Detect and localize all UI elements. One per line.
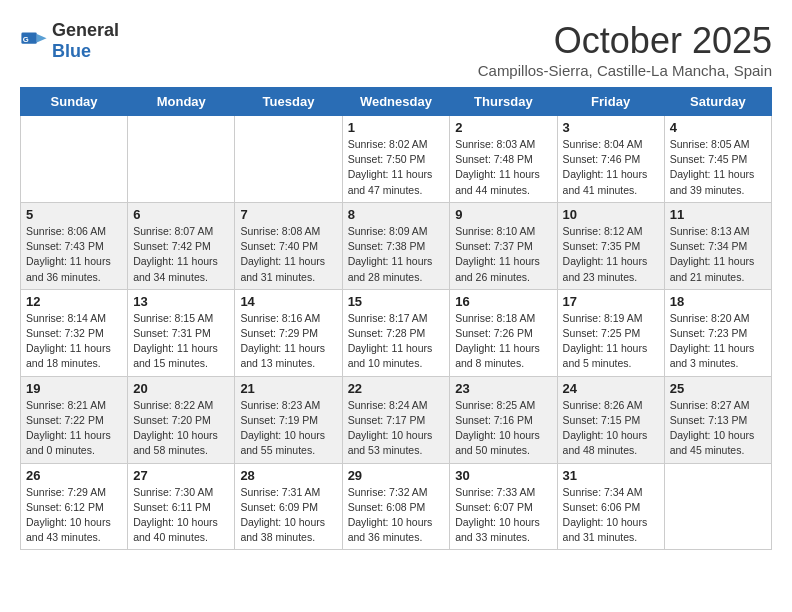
logo-text: General Blue: [52, 20, 119, 62]
calendar-cell: 30Sunrise: 7:33 AMSunset: 6:07 PMDayligh…: [450, 463, 557, 550]
day-info: Sunrise: 8:06 AMSunset: 7:43 PMDaylight:…: [26, 224, 122, 285]
day-number: 22: [348, 381, 445, 396]
calendar-cell: 7Sunrise: 8:08 AMSunset: 7:40 PMDaylight…: [235, 202, 342, 289]
calendar-cell: 16Sunrise: 8:18 AMSunset: 7:26 PMDayligh…: [450, 289, 557, 376]
calendar-cell: 27Sunrise: 7:30 AMSunset: 6:11 PMDayligh…: [128, 463, 235, 550]
calendar-cell: 12Sunrise: 8:14 AMSunset: 7:32 PMDayligh…: [21, 289, 128, 376]
day-number: 27: [133, 468, 229, 483]
calendar-cell: [664, 463, 771, 550]
day-info: Sunrise: 7:29 AMSunset: 6:12 PMDaylight:…: [26, 485, 122, 546]
day-number: 18: [670, 294, 766, 309]
day-info: Sunrise: 8:23 AMSunset: 7:19 PMDaylight:…: [240, 398, 336, 459]
day-number: 4: [670, 120, 766, 135]
day-number: 6: [133, 207, 229, 222]
calendar-cell: 21Sunrise: 8:23 AMSunset: 7:19 PMDayligh…: [235, 376, 342, 463]
calendar-cell: 18Sunrise: 8:20 AMSunset: 7:23 PMDayligh…: [664, 289, 771, 376]
day-number: 15: [348, 294, 445, 309]
month-title: October 2025: [478, 20, 772, 62]
day-info: Sunrise: 8:08 AMSunset: 7:40 PMDaylight:…: [240, 224, 336, 285]
calendar-cell: 4Sunrise: 8:05 AMSunset: 7:45 PMDaylight…: [664, 116, 771, 203]
day-info: Sunrise: 8:07 AMSunset: 7:42 PMDaylight:…: [133, 224, 229, 285]
calendar-cell: 13Sunrise: 8:15 AMSunset: 7:31 PMDayligh…: [128, 289, 235, 376]
day-header-tuesday: Tuesday: [235, 88, 342, 116]
calendar-cell: 17Sunrise: 8:19 AMSunset: 7:25 PMDayligh…: [557, 289, 664, 376]
day-info: Sunrise: 8:17 AMSunset: 7:28 PMDaylight:…: [348, 311, 445, 372]
day-number: 23: [455, 381, 551, 396]
day-info: Sunrise: 8:14 AMSunset: 7:32 PMDaylight:…: [26, 311, 122, 372]
day-number: 1: [348, 120, 445, 135]
day-info: Sunrise: 8:09 AMSunset: 7:38 PMDaylight:…: [348, 224, 445, 285]
day-number: 5: [26, 207, 122, 222]
calendar-cell: 14Sunrise: 8:16 AMSunset: 7:29 PMDayligh…: [235, 289, 342, 376]
day-info: Sunrise: 8:22 AMSunset: 7:20 PMDaylight:…: [133, 398, 229, 459]
day-number: 25: [670, 381, 766, 396]
day-info: Sunrise: 8:15 AMSunset: 7:31 PMDaylight:…: [133, 311, 229, 372]
logo-icon: G: [20, 27, 48, 55]
day-info: Sunrise: 8:04 AMSunset: 7:46 PMDaylight:…: [563, 137, 659, 198]
day-info: Sunrise: 7:31 AMSunset: 6:09 PMDaylight:…: [240, 485, 336, 546]
day-number: 3: [563, 120, 659, 135]
day-number: 21: [240, 381, 336, 396]
day-info: Sunrise: 8:10 AMSunset: 7:37 PMDaylight:…: [455, 224, 551, 285]
day-info: Sunrise: 8:16 AMSunset: 7:29 PMDaylight:…: [240, 311, 336, 372]
calendar-cell: 29Sunrise: 7:32 AMSunset: 6:08 PMDayligh…: [342, 463, 450, 550]
day-number: 29: [348, 468, 445, 483]
day-info: Sunrise: 8:05 AMSunset: 7:45 PMDaylight:…: [670, 137, 766, 198]
calendar-cell: 28Sunrise: 7:31 AMSunset: 6:09 PMDayligh…: [235, 463, 342, 550]
svg-marker-1: [37, 34, 47, 42]
day-info: Sunrise: 7:30 AMSunset: 6:11 PMDaylight:…: [133, 485, 229, 546]
calendar-cell: 31Sunrise: 7:34 AMSunset: 6:06 PMDayligh…: [557, 463, 664, 550]
calendar-subtitle: Campillos-Sierra, Castille-La Mancha, Sp…: [478, 62, 772, 79]
day-number: 7: [240, 207, 336, 222]
calendar-table: SundayMondayTuesdayWednesdayThursdayFrid…: [20, 87, 772, 550]
day-number: 24: [563, 381, 659, 396]
day-number: 12: [26, 294, 122, 309]
day-header-wednesday: Wednesday: [342, 88, 450, 116]
day-number: 8: [348, 207, 445, 222]
day-number: 13: [133, 294, 229, 309]
day-info: Sunrise: 8:12 AMSunset: 7:35 PMDaylight:…: [563, 224, 659, 285]
calendar-cell: 3Sunrise: 8:04 AMSunset: 7:46 PMDaylight…: [557, 116, 664, 203]
calendar-cell: 26Sunrise: 7:29 AMSunset: 6:12 PMDayligh…: [21, 463, 128, 550]
day-number: 30: [455, 468, 551, 483]
calendar-cell: [128, 116, 235, 203]
day-info: Sunrise: 7:32 AMSunset: 6:08 PMDaylight:…: [348, 485, 445, 546]
logo: G General Blue: [20, 20, 119, 62]
day-info: Sunrise: 8:13 AMSunset: 7:34 PMDaylight:…: [670, 224, 766, 285]
logo-general: General: [52, 20, 119, 40]
day-header-monday: Monday: [128, 88, 235, 116]
day-info: Sunrise: 8:26 AMSunset: 7:15 PMDaylight:…: [563, 398, 659, 459]
calendar-cell: 20Sunrise: 8:22 AMSunset: 7:20 PMDayligh…: [128, 376, 235, 463]
day-info: Sunrise: 8:20 AMSunset: 7:23 PMDaylight:…: [670, 311, 766, 372]
day-number: 17: [563, 294, 659, 309]
calendar-cell: 19Sunrise: 8:21 AMSunset: 7:22 PMDayligh…: [21, 376, 128, 463]
day-number: 28: [240, 468, 336, 483]
day-number: 11: [670, 207, 766, 222]
day-number: 20: [133, 381, 229, 396]
calendar-cell: 5Sunrise: 8:06 AMSunset: 7:43 PMDaylight…: [21, 202, 128, 289]
calendar-cell: 2Sunrise: 8:03 AMSunset: 7:48 PMDaylight…: [450, 116, 557, 203]
logo-blue: Blue: [52, 41, 91, 61]
calendar-cell: [21, 116, 128, 203]
day-number: 16: [455, 294, 551, 309]
day-info: Sunrise: 8:24 AMSunset: 7:17 PMDaylight:…: [348, 398, 445, 459]
day-number: 26: [26, 468, 122, 483]
day-number: 10: [563, 207, 659, 222]
day-header-thursday: Thursday: [450, 88, 557, 116]
day-info: Sunrise: 7:33 AMSunset: 6:07 PMDaylight:…: [455, 485, 551, 546]
calendar-cell: 15Sunrise: 8:17 AMSunset: 7:28 PMDayligh…: [342, 289, 450, 376]
day-header-friday: Friday: [557, 88, 664, 116]
day-number: 19: [26, 381, 122, 396]
svg-text:G: G: [23, 35, 29, 44]
day-header-saturday: Saturday: [664, 88, 771, 116]
day-info: Sunrise: 8:03 AMSunset: 7:48 PMDaylight:…: [455, 137, 551, 198]
calendar-cell: 10Sunrise: 8:12 AMSunset: 7:35 PMDayligh…: [557, 202, 664, 289]
day-info: Sunrise: 7:34 AMSunset: 6:06 PMDaylight:…: [563, 485, 659, 546]
calendar-cell: 1Sunrise: 8:02 AMSunset: 7:50 PMDaylight…: [342, 116, 450, 203]
calendar-cell: 9Sunrise: 8:10 AMSunset: 7:37 PMDaylight…: [450, 202, 557, 289]
day-info: Sunrise: 8:02 AMSunset: 7:50 PMDaylight:…: [348, 137, 445, 198]
day-info: Sunrise: 8:27 AMSunset: 7:13 PMDaylight:…: [670, 398, 766, 459]
calendar-cell: 8Sunrise: 8:09 AMSunset: 7:38 PMDaylight…: [342, 202, 450, 289]
day-number: 2: [455, 120, 551, 135]
day-info: Sunrise: 8:25 AMSunset: 7:16 PMDaylight:…: [455, 398, 551, 459]
